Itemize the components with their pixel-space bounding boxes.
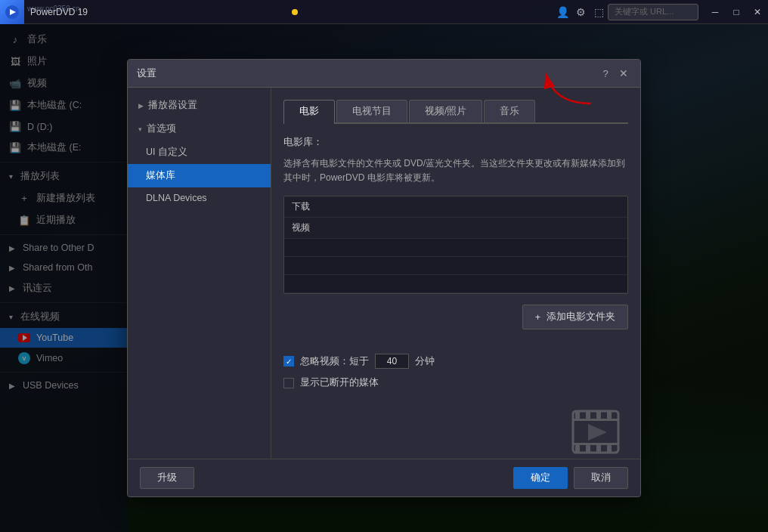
ignore-checkbox[interactable]: ✓ — [283, 356, 294, 367]
gear-icon[interactable]: ⚙ — [571, 3, 590, 21]
dialog-body: ▶ 播放器设置 ▾ 首选项 UI 自定义 媒体库 DLNA Devices — [128, 88, 640, 459]
ignore-minutes-input[interactable] — [375, 354, 409, 369]
checkmark-icon: ✓ — [286, 357, 292, 366]
svg-marker-14 — [588, 424, 607, 441]
svg-rect-8 — [596, 411, 601, 419]
watermark: www.pc0359.cn — [27, 5, 80, 13]
svg-rect-11 — [586, 445, 590, 453]
red-arrow — [538, 66, 599, 113]
add-btn-label: 添加电影文件夹 — [547, 311, 615, 323]
titlebar: www.pc0359.cn PowerDVD 19 👤 ⚙ ⬚ 关键字或 URL… — [0, 0, 768, 24]
search-input[interactable]: 关键字或 URL... — [615, 6, 674, 17]
dnav-preferences[interactable]: ▾ 首选项 — [128, 117, 271, 141]
tab-music[interactable]: 音乐 — [484, 100, 535, 122]
help-button[interactable]: ? — [598, 66, 613, 81]
disconnected-label: 显示已断开的媒体 — [300, 376, 379, 389]
dnav-label-ui: UI 自定义 — [146, 146, 187, 159]
file-row-4 — [284, 275, 627, 293]
dnav-media-library[interactable]: 媒体库 — [128, 164, 271, 187]
film-icon — [569, 407, 622, 456]
add-folder-button[interactable]: + 添加电影文件夹 — [522, 305, 628, 329]
minimize-button[interactable]: ─ — [705, 3, 726, 21]
dialog-title: 设置 — [137, 66, 156, 80]
app-area: ♪ 音乐 🖼 照片 📹 视频 💾 本地磁盘 (C: 💾 D (D:) 💾 — [0, 24, 768, 532]
user-icon[interactable]: 👤 — [553, 3, 571, 21]
ok-button[interactable]: 确定 — [513, 467, 568, 489]
film-icon-area — [569, 407, 622, 459]
cancel-button[interactable]: 取消 — [574, 467, 628, 489]
dnav-chevron-player: ▶ — [138, 102, 144, 110]
svg-rect-6 — [575, 411, 580, 419]
ignore-checkbox-row: ✓ 忽略视频：短于 分钟 — [283, 354, 628, 369]
dnav-label-media: 媒体库 — [146, 169, 175, 182]
dnav-player-settings[interactable]: ▶ 播放器设置 — [128, 94, 271, 117]
svg-rect-10 — [575, 445, 580, 453]
section-label: 电影库： — [283, 136, 628, 149]
svg-rect-5 — [573, 443, 618, 445]
file-row-3 — [284, 257, 627, 275]
dnav-label-preferences: 首选项 — [147, 122, 176, 135]
footer-right: 确定 取消 — [513, 467, 628, 489]
tab-tv[interactable]: 电视节目 — [336, 100, 407, 122]
dialog-footer: 升级 确定 取消 — [128, 459, 640, 496]
dnav-ui-custom[interactable]: UI 自定义 — [128, 141, 271, 164]
file-row-0: 下载 — [284, 196, 627, 218]
dnav-dlna[interactable]: DLNA Devices — [128, 187, 271, 209]
disconnected-checkbox-row: 显示已断开的媒体 — [283, 376, 628, 389]
ignore-unit: 分钟 — [415, 355, 435, 368]
svg-rect-9 — [607, 411, 612, 419]
svg-rect-7 — [586, 411, 590, 419]
svg-rect-4 — [573, 419, 618, 421]
tab-video-photo[interactable]: 视频/照片 — [409, 100, 482, 122]
dnav-label-player: 播放器设置 — [148, 99, 197, 112]
maximize-button[interactable]: □ — [726, 3, 747, 21]
settings-dialog: 设置 ? ✕ — [127, 59, 641, 497]
dnav-chevron-prefs: ▾ — [138, 125, 142, 133]
dialog-close-button[interactable]: ✕ — [616, 66, 631, 81]
app-logo — [0, 0, 24, 24]
dialog-nav: ▶ 播放器设置 ▾ 首选项 UI 自定义 媒体库 DLNA Devices — [128, 88, 271, 459]
disconnected-checkbox[interactable] — [283, 378, 294, 388]
dialog-content: 电影 电视节目 视频/照片 音乐 电影库： 选择含有电影文件的文件夹或 DVD/… — [271, 88, 640, 459]
footer-left: 升级 — [140, 467, 194, 489]
ignore-label: 忽略视频：短于 — [300, 355, 369, 368]
file-list: 下载 视频 — [283, 196, 628, 294]
file-row-2 — [284, 239, 627, 257]
svg-rect-13 — [607, 445, 612, 453]
description-text: 选择含有电影文件的文件夹或 DVD/蓝光文件夹。当这些文件夹更改或有新媒体添加到… — [283, 156, 628, 185]
cast-icon[interactable]: ⬚ — [590, 3, 608, 21]
dnav-label-dlna: DLNA Devices — [146, 193, 207, 203]
add-icon: + — [535, 312, 540, 323]
file-row-1: 视频 — [284, 218, 627, 239]
status-dot — [292, 9, 298, 15]
dialog-overlay: 设置 ? ✕ — [0, 24, 768, 532]
close-button[interactable]: ✕ — [747, 3, 768, 21]
upgrade-button[interactable]: 升级 — [140, 467, 194, 489]
tab-movie[interactable]: 电影 — [283, 100, 335, 124]
svg-rect-12 — [596, 445, 601, 453]
